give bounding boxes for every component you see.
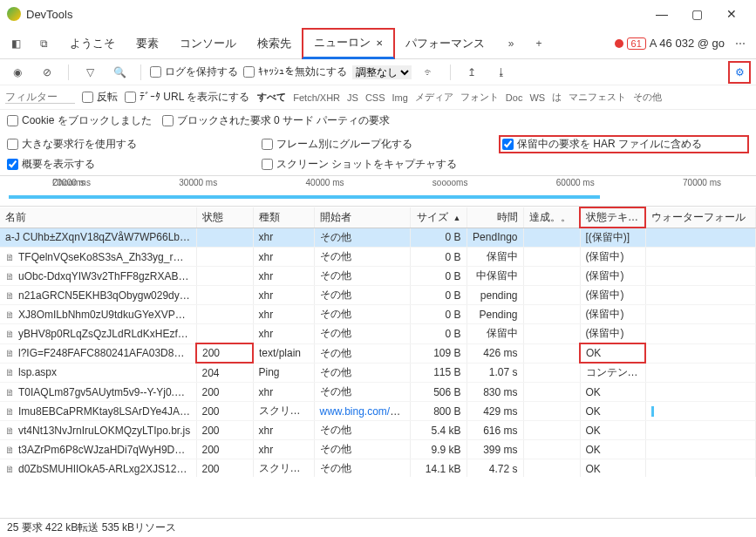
gear-icon[interactable]: ⚙: [728, 61, 751, 84]
filter-type-マニフェスト[interactable]: マニフェスト: [568, 91, 627, 104]
show-overview-checkbox[interactable]: 概要を表示する: [7, 157, 251, 172]
filter-type-メディア[interactable]: メディア: [414, 91, 454, 104]
table-row[interactable]: l?IG=F248FAFC880241AFA03D8655...200text/…: [0, 343, 756, 363]
col-time[interactable]: 時間: [467, 207, 523, 228]
tab-0[interactable]: ようこそ: [59, 28, 126, 59]
record-count: 61: [627, 37, 646, 50]
tab-2[interactable]: コンソール: [169, 28, 247, 59]
timeline-tick: 30000 ms: [179, 178, 217, 187]
statusbar: 25 要求 422 kB転送 535 kBリソース: [0, 518, 756, 537]
table-row[interactable]: t3AZrPm6P8cWJzaHDi7qWyH9DDo...200xhrその他9…: [0, 440, 756, 459]
row-name: d0ZbSMUHIIOkA5-ARLxg2XJS12Y.j...: [0, 459, 196, 478]
table-row[interactable]: lsp.aspx204Pingその他115 B1.07 sコンテンツがありません: [0, 363, 756, 383]
col-fulfilled[interactable]: 達成。。: [523, 207, 580, 228]
dataurl-checkbox[interactable]: ﾃﾞｰﾀ URL を表示にする: [125, 90, 249, 105]
table-row[interactable]: uObc-DdxqYIW3v2ThFF8gzRXABc.b...xhrその他0 …: [0, 267, 756, 286]
timeline-tick: 60000 ms: [556, 178, 595, 187]
row-name: uObc-DdxqYIW3v2ThFF8gzRXABc.b...: [0, 267, 196, 286]
filter-input[interactable]: [5, 91, 75, 104]
initiator-link[interactable]: www.bing.com/?t...: [320, 405, 408, 418]
inspect-icon[interactable]: ◧: [3, 31, 28, 56]
col-status[interactable]: 状態: [196, 207, 253, 228]
row-name: Imu8EBCaPRMKtay8LSArDYe4JA.b...: [0, 402, 196, 421]
filter-type-フォント[interactable]: フォント: [460, 91, 500, 104]
tab-5[interactable]: パフォーマンス: [395, 28, 495, 59]
col-name[interactable]: 名前: [0, 207, 196, 228]
minimize-button[interactable]: —: [644, 2, 679, 26]
table-row[interactable]: XJ8OmILbNhm0zU9tdkuGYeXVPRQ...xhrその他0 BP…: [0, 305, 756, 324]
table-row[interactable]: d0ZbSMUHIIOkA5-ARLxg2XJS12Y.j...200スクリプト…: [0, 459, 756, 478]
maximize-button[interactable]: ▢: [679, 2, 714, 26]
row-name: a-J CUhb±ZXqnV18qZVåW7WP66Lb9E.r.JS: [0, 228, 196, 248]
tab-3[interactable]: 検索先: [247, 28, 302, 59]
table-row[interactable]: vt4Nt13NvJrnIruLOKMQzyLTIpo.br.js200xhrそ…: [0, 421, 756, 440]
record-dot-icon: [615, 39, 623, 48]
blocked-requests-checkbox[interactable]: ブロックされた要求 0 サード パーティの要求: [162, 113, 391, 128]
row-name: TFQelnVQseKo8S3sA_Zh33yg_rQ.br.js: [0, 248, 196, 267]
filter-type-CSS[interactable]: CSS: [364, 92, 386, 103]
table-row[interactable]: T0IAQLm87gv5AUytm5v9--Y-Yj0.br.js200xhrそ…: [0, 383, 756, 402]
filter-type-Img[interactable]: Img: [392, 92, 409, 103]
tab-1[interactable]: 要素: [126, 28, 169, 59]
row-name: yBHV8p0RLqZsQzJLdRLdKxHEzfo.br.js: [0, 324, 196, 344]
recording-status: 61 A 46 032 @ go: [615, 37, 725, 50]
group-frame-checkbox[interactable]: フレーム別にグループ化する: [262, 135, 488, 153]
row-name: T0IAQLm87gv5AUytm5v9--Y-Yj0.br.js: [0, 383, 196, 402]
more-tabs[interactable]: »: [499, 31, 523, 56]
col-status-text[interactable]: 状態テキスト: [580, 207, 645, 228]
close-tab-icon[interactable]: ✕: [376, 38, 383, 48]
app-logo: [7, 7, 21, 21]
timeline-tick: 40000 ms: [306, 178, 344, 187]
col-size[interactable]: サイズ ▲: [410, 207, 467, 228]
tab-4[interactable]: ニューロン✕: [302, 28, 395, 59]
network-table: 名前 状態 種類 開始者 サイズ ▲ 時間 達成。。 状態テキスト ウォーターフ…: [0, 207, 756, 477]
large-rows-checkbox[interactable]: 大きな要求行を使用する: [7, 135, 251, 153]
device-icon[interactable]: ⧉: [31, 31, 56, 56]
row-name: t3AZrPm6P8cWJzaHDi7qWyH9DDo...: [0, 440, 196, 459]
table-row[interactable]: yBHV8p0RLqZsQzJLdRLdKxHEzfo.br.jsxhrその他0…: [0, 324, 756, 344]
table-row[interactable]: TFQelnVQseKo8S3sA_Zh33yg_rQ.br.jsxhrその他0…: [0, 248, 756, 267]
filter-type-すべて[interactable]: すべて: [256, 91, 287, 104]
search-icon[interactable]: 🔍: [107, 60, 132, 85]
row-name: lsp.aspx: [0, 363, 196, 383]
col-waterfall[interactable]: ウォーターフォール: [645, 207, 756, 228]
add-tab[interactable]: +: [527, 31, 551, 56]
col-type[interactable]: 種類: [253, 207, 314, 228]
capture-screenshot-checkbox[interactable]: スクリーン ショットをキャプチャする: [262, 157, 488, 172]
filter-type-Doc[interactable]: Doc: [505, 92, 524, 103]
row-name: n21aGRCN5EKHB3qObygw029dyN...: [0, 286, 196, 305]
filter-toggle[interactable]: ▽: [78, 60, 102, 85]
filter-type-WS[interactable]: WS: [528, 92, 546, 103]
upload-icon[interactable]: ↥: [460, 60, 484, 85]
window-title: DevTools: [26, 8, 72, 21]
disable-cache-checkbox[interactable]: ｷｬｯｼｭを無効にする: [243, 65, 347, 79]
include-pending-checkbox[interactable]: 保留中の要求を HAR ファイルに含める: [499, 135, 749, 153]
invert-checkbox[interactable]: 反転: [82, 90, 118, 105]
timeline-tick: 70000 ms: [683, 178, 721, 187]
block-cookies-checkbox[interactable]: Cookie をブロックしました: [7, 113, 152, 128]
filter-type-その他[interactable]: その他: [632, 91, 663, 104]
wifi-icon[interactable]: ᯤ: [417, 60, 441, 85]
download-icon[interactable]: ⭳: [489, 60, 514, 85]
table-row[interactable]: a-J CUhb±ZXqnV18qZVåW7WP66Lb9E.r.JSxhrその…: [0, 228, 756, 248]
row-name: l?IG=F248FAFC880241AFA03D8655...: [0, 343, 196, 363]
clear-button[interactable]: ⊘: [35, 60, 59, 85]
kebab-menu[interactable]: ⋯: [728, 31, 753, 56]
close-button[interactable]: ✕: [714, 2, 749, 26]
filter-type-は[interactable]: は: [551, 91, 562, 104]
table-row[interactable]: Imu8EBCaPRMKtay8LSArDYe4JA.b...200スクリプトw…: [0, 402, 756, 421]
row-name: vt4Nt13NvJrnIruLOKMQzyLTIpo.br.js: [0, 421, 196, 440]
record-label: A 46 032 @ go: [650, 37, 725, 50]
table-row[interactable]: n21aGRCN5EKHB3qObygw029dyN...xhrその他0 Bpe…: [0, 286, 756, 305]
filter-type-JS[interactable]: JS: [346, 92, 359, 103]
timeline-overview[interactable]: 20000 ms30000 ms40000 mssooooms60000 ms7…: [0, 175, 756, 207]
throttling-select[interactable]: 調整なし: [352, 65, 412, 79]
timeline-tick: sooooms: [432, 178, 468, 187]
record-toggle[interactable]: ◉: [5, 60, 30, 85]
col-initiator[interactable]: 開始者: [314, 207, 410, 228]
filter-type-Fetch/XHR[interactable]: Fetch/XHR: [292, 92, 341, 103]
preserve-log-checkbox[interactable]: ログを保持する: [150, 65, 238, 79]
row-name: XJ8OmILbNhm0zU9tdkuGYeXVPRQ...: [0, 305, 196, 324]
